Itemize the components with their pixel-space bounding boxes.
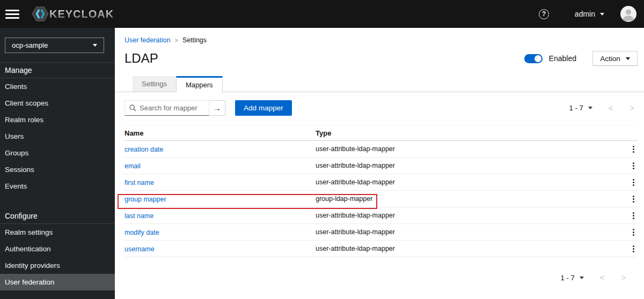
mapper-link[interactable]: last name: [125, 212, 153, 220]
mapper-type: user-attribute-ldap-mapper: [316, 245, 618, 252]
row-kebab-icon[interactable]: [630, 144, 638, 155]
sidebar-item-client-scopes[interactable]: Client scopes: [0, 95, 115, 111]
enabled-toggle[interactable]: [524, 54, 543, 63]
mappers-toolbar: → Add mapper 1 - 7 < >: [125, 100, 638, 116]
sidebar-item-authentication[interactable]: Authentication: [0, 241, 115, 257]
realm-selector-value: ocp-sample: [12, 41, 48, 49]
add-mapper-button[interactable]: Add mapper: [235, 100, 292, 116]
breadcrumb-link-user-federation[interactable]: User federation: [125, 36, 170, 44]
mapper-link[interactable]: email: [125, 162, 141, 170]
table-row: last name user-attribute-ldap-mapper: [125, 207, 638, 224]
row-kebab-icon[interactable]: [630, 227, 638, 238]
search-submit-button[interactable]: →: [209, 100, 225, 116]
search-icon: [129, 104, 136, 111]
sidebar-item-identity-providers[interactable]: Identity providers: [0, 257, 115, 274]
sidebar-item-clients[interactable]: Clients: [0, 78, 115, 95]
column-header-type: Type: [316, 129, 618, 137]
sidebar: ocp-sample Manage Clients Client scopes …: [0, 28, 115, 299]
enabled-label: Enabled: [549, 54, 576, 63]
sidebar-item-groups[interactable]: Groups: [0, 145, 115, 161]
brand-text: KEYCLOAK: [49, 8, 114, 20]
mapper-type: user-attribute-ldap-mapper: [316, 145, 618, 153]
caret-down-icon: [93, 44, 97, 47]
avatar-icon: [620, 6, 636, 22]
tab-bar: Settings Mappers: [133, 76, 638, 92]
table-row: creation date user-attribute-ldap-mapper: [125, 141, 638, 158]
mapper-type: user-attribute-ldap-mapper: [316, 162, 618, 169]
caret-down-icon: [600, 13, 604, 16]
sidebar-item-events[interactable]: Events: [0, 178, 115, 195]
table-row: email user-attribute-ldap-mapper: [125, 158, 638, 174]
help-icon[interactable]: ?: [539, 9, 549, 19]
realm-selector[interactable]: ocp-sample: [5, 38, 104, 53]
caret-down-icon: [588, 107, 592, 109]
avatar[interactable]: [620, 6, 636, 22]
chevron-right-icon[interactable]: >: [630, 104, 634, 113]
table-row-highlighted: group mapper group-ldap-mapper: [125, 191, 638, 207]
row-kebab-icon[interactable]: [630, 210, 638, 221]
pagination-bottom: 1 - 7 < >: [125, 273, 638, 282]
row-kebab-icon[interactable]: [630, 243, 638, 255]
table-row: first name user-attribute-ldap-mapper: [125, 174, 638, 191]
chevron-left-icon[interactable]: <: [609, 104, 613, 113]
row-kebab-icon[interactable]: [630, 193, 638, 205]
mapper-link[interactable]: username: [125, 245, 155, 253]
tab-settings[interactable]: Settings: [133, 76, 176, 92]
search-box: [125, 100, 209, 116]
nav-section-configure: Configure: [0, 208, 115, 224]
masthead: KEYCLOAK ? admin: [0, 0, 644, 28]
keycloak-logo-icon: [32, 6, 48, 21]
action-dropdown-label: Action: [600, 55, 620, 63]
breadcrumb: User federation > Settings: [125, 36, 638, 44]
pagination-range-label: 1 - 7: [569, 104, 583, 112]
mapper-link[interactable]: modify date: [125, 229, 159, 236]
caret-down-icon: [626, 57, 630, 60]
table-row: username user-attribute-ldap-mapper: [125, 241, 638, 257]
sidebar-item-user-federation[interactable]: User federation: [0, 274, 115, 290]
mapper-type: group-ldap-mapper: [316, 195, 618, 203]
chevron-right-icon[interactable]: >: [621, 273, 626, 282]
column-header-name: Name: [125, 129, 316, 137]
row-kebab-icon[interactable]: [630, 160, 638, 171]
username-label: admin: [575, 10, 595, 18]
pagination-range-dropdown[interactable]: 1 - 7: [561, 274, 584, 282]
action-dropdown-button[interactable]: Action: [592, 51, 638, 66]
nav-section-manage: Manage: [0, 63, 115, 78]
keycloak-logo: KEYCLOAK: [32, 6, 114, 21]
sidebar-item-realm-roles[interactable]: Realm roles: [0, 111, 115, 128]
search-input[interactable]: [140, 104, 204, 112]
pagination-range-dropdown[interactable]: 1 - 7: [569, 104, 592, 112]
breadcrumb-separator: >: [174, 37, 178, 43]
caret-down-icon: [580, 276, 584, 279]
pagination-range-label: 1 - 7: [561, 274, 575, 282]
sidebar-item-realm-settings[interactable]: Realm settings: [0, 224, 115, 241]
mappers-table: Name Type creation date user-attribute-l…: [125, 125, 638, 257]
chevron-left-icon[interactable]: <: [600, 273, 604, 282]
mapper-link[interactable]: group mapper: [125, 196, 166, 203]
sidebar-item-sessions[interactable]: Sessions: [0, 161, 115, 178]
row-kebab-icon[interactable]: [630, 177, 638, 188]
mapper-link[interactable]: creation date: [125, 146, 163, 153]
table-header: Name Type: [125, 125, 638, 141]
page-title: LDAP: [125, 51, 158, 66]
mapper-type: user-attribute-ldap-mapper: [316, 228, 618, 236]
mapper-link[interactable]: first name: [125, 179, 154, 186]
breadcrumb-current: Settings: [182, 36, 207, 44]
pagination-top: 1 - 7 < >: [569, 104, 638, 113]
hamburger-icon[interactable]: [5, 4, 27, 24]
mapper-type: user-attribute-ldap-mapper: [316, 178, 618, 186]
mapper-type: user-attribute-ldap-mapper: [316, 212, 618, 219]
main-content: User federation > Settings LDAP Enabled …: [115, 28, 644, 299]
tab-mappers[interactable]: Mappers: [176, 76, 223, 92]
table-row: modify date user-attribute-ldap-mapper: [125, 224, 638, 241]
sidebar-item-users[interactable]: Users: [0, 128, 115, 145]
user-menu-button[interactable]: admin: [575, 10, 604, 18]
